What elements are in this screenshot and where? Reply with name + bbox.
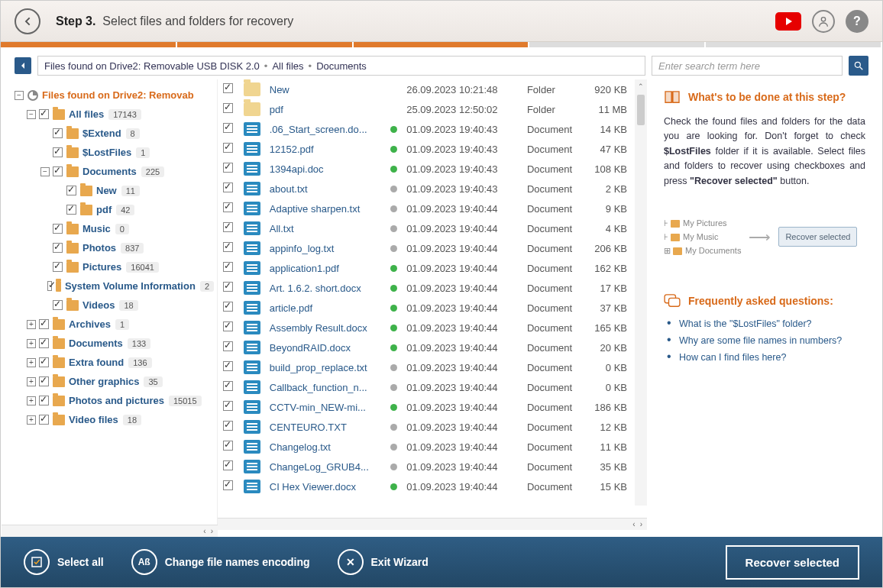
checkbox-icon[interactable] bbox=[223, 222, 233, 232]
checkbox-icon[interactable] bbox=[53, 128, 63, 138]
checkbox-icon[interactable] bbox=[223, 321, 233, 331]
checkbox-icon[interactable] bbox=[223, 262, 233, 272]
checkbox-icon[interactable] bbox=[39, 396, 49, 405]
status-dot bbox=[386, 278, 402, 298]
file-row[interactable]: Assembly Result.docx01.09.2023 19:40:44D… bbox=[218, 318, 647, 338]
file-list[interactable]: New26.09.2023 10:21:48Folder920 KBpdf25.… bbox=[218, 79, 647, 518]
tree-item[interactable]: +Photos and pictures15015 bbox=[15, 391, 214, 410]
youtube-icon[interactable] bbox=[775, 12, 801, 31]
status-dot bbox=[386, 99, 402, 119]
exit-wizard-button[interactable]: ✕ Exit Wizard bbox=[338, 549, 429, 575]
checkbox-icon[interactable] bbox=[66, 205, 76, 215]
checkbox-icon[interactable] bbox=[223, 163, 233, 173]
tree-item[interactable]: +Video files18 bbox=[15, 410, 214, 429]
checkbox-icon[interactable] bbox=[39, 109, 49, 119]
search-input[interactable]: Enter search term here bbox=[652, 56, 843, 76]
select-all-button[interactable]: Select all bbox=[24, 549, 104, 575]
checkbox-icon[interactable] bbox=[39, 338, 49, 348]
checkbox-icon[interactable] bbox=[223, 401, 233, 411]
checkbox-icon[interactable] bbox=[53, 300, 63, 310]
checkbox-icon[interactable] bbox=[223, 361, 233, 371]
tree-horizontal-scrollbar[interactable]: ‹› bbox=[2, 525, 218, 537]
tree-item[interactable]: +Documents133 bbox=[15, 334, 214, 353]
change-encoding-button[interactable]: Aß Change file names encoding bbox=[131, 549, 310, 575]
tree-item[interactable]: +Archives1 bbox=[15, 315, 214, 334]
checkbox-icon[interactable] bbox=[223, 302, 233, 312]
checkbox-icon[interactable] bbox=[223, 83, 233, 93]
checkbox-icon[interactable] bbox=[47, 281, 52, 291]
checkbox-icon[interactable] bbox=[39, 319, 49, 329]
file-row[interactable]: about.txt01.09.2023 19:40:43Document2 KB bbox=[218, 179, 647, 199]
checkbox-icon[interactable] bbox=[223, 421, 233, 431]
checkbox-icon[interactable] bbox=[53, 224, 63, 234]
file-row[interactable]: build_prop_replace.txt01.09.2023 19:40:4… bbox=[218, 357, 647, 377]
tree-item[interactable]: +Extra found136 bbox=[15, 353, 214, 372]
recover-selected-button[interactable]: Recover selected bbox=[726, 545, 859, 580]
checkbox-icon[interactable] bbox=[223, 460, 233, 470]
file-row[interactable]: Adaptive sharpen.txt01.09.2023 19:40:44D… bbox=[218, 199, 647, 218]
tree-item[interactable]: Videos18 bbox=[15, 296, 214, 315]
checkbox-icon[interactable] bbox=[53, 166, 63, 176]
tree-item[interactable]: Pictures16041 bbox=[15, 257, 214, 276]
tree-root[interactable]: − Files found on Drive2: Removab bbox=[15, 86, 214, 105]
tree-item[interactable]: $Extend8 bbox=[15, 124, 214, 143]
tree-item[interactable]: $LostFiles1 bbox=[15, 143, 214, 162]
user-icon[interactable] bbox=[812, 10, 835, 33]
tree-item[interactable]: pdf42 bbox=[15, 200, 214, 219]
tree-item[interactable]: −All files17143 bbox=[15, 105, 214, 124]
tree-item[interactable]: New11 bbox=[15, 181, 214, 200]
checkbox-icon[interactable] bbox=[223, 183, 233, 192]
search-button[interactable] bbox=[849, 56, 868, 76]
checkbox-icon[interactable] bbox=[223, 242, 233, 252]
tree-item[interactable]: +Other graphics35 bbox=[15, 372, 214, 391]
checkbox-icon[interactable] bbox=[223, 480, 233, 490]
file-row[interactable]: Callback_function_n...01.09.2023 19:40:4… bbox=[218, 377, 647, 397]
checkbox-icon[interactable] bbox=[223, 282, 233, 292]
checkbox-icon[interactable] bbox=[223, 103, 233, 113]
file-row[interactable]: application1.pdf01.09.2023 19:40:44Docum… bbox=[218, 258, 647, 278]
checkbox-icon[interactable] bbox=[53, 147, 63, 157]
file-type: Folder bbox=[522, 79, 590, 99]
filelist-horizontal-scrollbar[interactable]: ‹› bbox=[218, 518, 647, 530]
file-row[interactable]: appinfo_log.txt01.09.2023 19:40:44Docume… bbox=[218, 238, 647, 258]
file-row[interactable]: article.pdf01.09.2023 19:40:44Document37… bbox=[218, 298, 647, 318]
back-button[interactable] bbox=[15, 8, 40, 34]
file-row[interactable]: .06_Start_screen.do...01.09.2023 19:40:4… bbox=[218, 119, 647, 139]
breadcrumb-back-button[interactable] bbox=[15, 57, 31, 74]
checkbox-icon[interactable] bbox=[53, 262, 63, 272]
checkbox-icon[interactable] bbox=[223, 381, 233, 391]
file-row[interactable]: New26.09.2023 10:21:48Folder920 KB bbox=[218, 79, 647, 99]
tree-item[interactable]: Music0 bbox=[15, 219, 214, 238]
file-row[interactable]: Art. 1.6.2. short.docx01.09.2023 19:40:4… bbox=[218, 278, 647, 298]
tree-item[interactable]: −Documents225 bbox=[15, 162, 214, 181]
vertical-scrollbar[interactable]: ⌃ bbox=[635, 79, 647, 506]
tree-item[interactable]: Photos837 bbox=[15, 238, 214, 257]
faq-link[interactable]: How can I find files here? bbox=[664, 349, 865, 366]
checkbox-icon[interactable] bbox=[223, 143, 233, 153]
file-row[interactable]: 12152.pdf01.09.2023 19:40:43Document47 K… bbox=[218, 139, 647, 159]
file-row[interactable]: CI Hex Viewer.docx01.09.2023 19:40:44Doc… bbox=[218, 477, 647, 496]
faq-link[interactable]: Why are some file names in numbers? bbox=[664, 332, 865, 349]
checkbox-icon[interactable] bbox=[39, 357, 49, 367]
checkbox-icon[interactable] bbox=[39, 376, 49, 386]
folder-tree[interactable]: − Files found on Drive2: Removab −All fi… bbox=[1, 79, 218, 530]
checkbox-icon[interactable] bbox=[66, 186, 76, 195]
tree-item[interactable]: System Volume Information2 bbox=[15, 276, 214, 296]
checkbox-icon[interactable] bbox=[223, 341, 233, 351]
file-row[interactable]: CCTV-min_NEW-mi...01.09.2023 19:40:44Doc… bbox=[218, 397, 647, 417]
file-row[interactable]: BeyondRAID.docx01.09.2023 19:40:44Docume… bbox=[218, 338, 647, 357]
file-row[interactable]: CENTEURO.TXT01.09.2023 19:40:44Document1… bbox=[218, 417, 647, 437]
file-row[interactable]: 1394api.doc01.09.2023 19:40:43Document10… bbox=[218, 159, 647, 179]
file-row[interactable]: Changelog.txt01.09.2023 19:40:44Document… bbox=[218, 437, 647, 457]
faq-link[interactable]: What is the "$LostFiles" folder? bbox=[664, 315, 865, 332]
breadcrumb[interactable]: Files found on Drive2: Removable USB DIS… bbox=[37, 56, 645, 76]
checkbox-icon[interactable] bbox=[39, 415, 49, 425]
file-row[interactable]: pdf25.09.2023 12:50:02Folder11 MB bbox=[218, 99, 647, 119]
file-row[interactable]: ChangeLog_GRUB4...01.09.2023 19:40:44Doc… bbox=[218, 457, 647, 477]
checkbox-icon[interactable] bbox=[53, 243, 63, 253]
checkbox-icon[interactable] bbox=[223, 441, 233, 451]
checkbox-icon[interactable] bbox=[223, 202, 233, 212]
file-row[interactable]: All.txt01.09.2023 19:40:44Document4 KB bbox=[218, 218, 647, 238]
checkbox-icon[interactable] bbox=[223, 123, 233, 133]
help-icon[interactable]: ? bbox=[846, 10, 868, 33]
